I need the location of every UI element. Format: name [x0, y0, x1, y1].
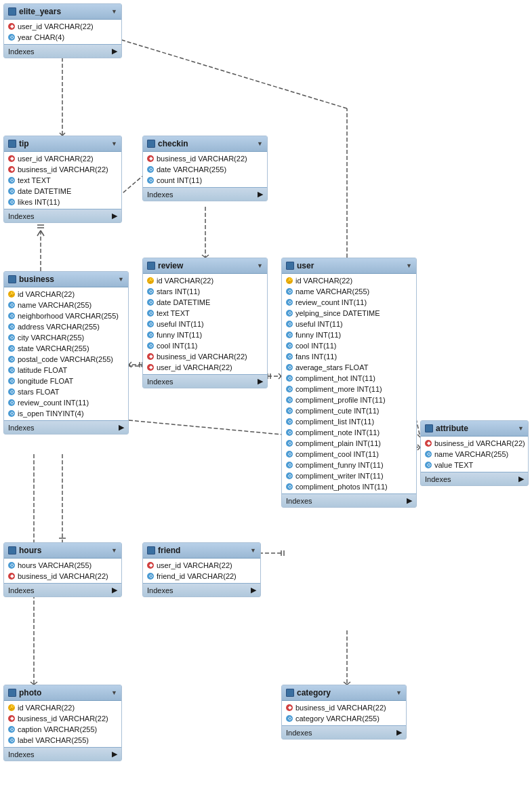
- indexes-arrow: ▶: [119, 423, 124, 432]
- table-category[interactable]: category ▼ ◆ business_id VARCHAR(22) ◇ c…: [281, 685, 407, 740]
- field-state: ◇ state VARCHAR(255): [4, 343, 128, 354]
- table-icon: [8, 7, 16, 16]
- indexes-tip[interactable]: Indexes ▶: [4, 209, 121, 222]
- table-photo[interactable]: photo ▼ 🔑 id VARCHAR(22) ◆ business_id V…: [3, 685, 122, 761]
- regular-icon: ◇: [147, 288, 154, 295]
- svg-line-22: [102, 34, 347, 108]
- table-header-photo[interactable]: photo ▼: [4, 685, 121, 701]
- table-review[interactable]: review ▼ 🔑 id VARCHAR(22) ◇ stars INT(11…: [142, 258, 268, 388]
- indexes-elite-years[interactable]: Indexes ▶: [4, 44, 121, 58]
- field-id: 🔑 id VARCHAR(22): [4, 289, 128, 300]
- table-body-attribute: ◆ business_id VARCHAR(22) ◇ name VARCHAR…: [421, 437, 528, 472]
- chevron-down-icon: ▼: [406, 262, 412, 269]
- field-useful: ◇ useful INT(11): [143, 319, 267, 329]
- table-body-elite-years: ◆ user_id VARCHAR(22) ◇ year CHAR(4): [4, 20, 121, 44]
- indexes-arrow: ▶: [112, 47, 117, 56]
- table-header-checkin[interactable]: checkin ▼: [143, 136, 267, 152]
- field-compliment-funny: ◇ compliment_funny INT(11): [282, 460, 416, 470]
- field-latitude: ◇ latitude FLOAT: [4, 365, 128, 376]
- field-postal-code: ◇ postal_code VARCHAR(255): [4, 354, 128, 365]
- table-name: elite_years: [19, 7, 61, 16]
- chevron-down-icon: ▼: [518, 425, 524, 432]
- field-stars: ◇ stars FLOAT: [4, 386, 128, 397]
- regular-icon: ◇: [286, 299, 293, 306]
- regular-icon: ◇: [286, 429, 293, 436]
- indexes-friend[interactable]: Indexes ▶: [143, 583, 260, 597]
- er-diagram: elite_years ▼ ◆ user_id VARCHAR(22) ◇ ye…: [0, 0, 532, 808]
- table-body-business: 🔑 id VARCHAR(22) ◇ name VARCHAR(255) ◇ n…: [4, 287, 128, 420]
- indexes-review[interactable]: Indexes ▶: [143, 374, 267, 388]
- field-business-id: ◆ business_id VARCHAR(22): [421, 438, 528, 449]
- fk-icon: ◆: [8, 715, 15, 722]
- chevron-down-icon: ▼: [250, 547, 256, 554]
- field-longitude: ◇ longitude FLOAT: [4, 376, 128, 386]
- indexes-business[interactable]: Indexes ▶: [4, 420, 128, 434]
- field-date: ◇ date DATETIME: [4, 186, 121, 197]
- table-friend[interactable]: friend ▼ ◆ user_id VARCHAR(22) ◇ friend_…: [142, 542, 261, 597]
- table-header-attribute[interactable]: attribute ▼: [421, 421, 528, 437]
- fk-icon: ◆: [286, 704, 293, 711]
- table-checkin[interactable]: checkin ▼ ◆ business_id VARCHAR(22) ◇ da…: [142, 136, 268, 201]
- indexes-arrow: ▶: [251, 586, 256, 594]
- indexes-hours[interactable]: Indexes ▶: [4, 583, 121, 597]
- table-header-business[interactable]: business ▼: [4, 272, 128, 287]
- field-user-id: ◆ user_id VARCHAR(22): [4, 21, 121, 32]
- regular-icon: ◇: [8, 302, 15, 308]
- field-is-open: ◇ is_open TINYINT(4): [4, 408, 128, 419]
- table-header-friend[interactable]: friend ▼: [143, 543, 260, 559]
- fk-icon: ◆: [147, 155, 154, 162]
- table-header-tip[interactable]: tip ▼: [4, 136, 121, 152]
- fk-icon: ◆: [8, 155, 15, 162]
- table-header-category[interactable]: category ▼: [282, 685, 406, 701]
- regular-icon: ◇: [286, 451, 293, 458]
- indexes-arrow: ▶: [407, 496, 412, 505]
- table-body-friend: ◆ user_id VARCHAR(22) ◇ friend_id VARCHA…: [143, 559, 260, 583]
- field-caption: ◇ caption VARCHAR(255): [4, 724, 121, 735]
- table-name: category: [297, 688, 331, 698]
- field-cool: ◇ cool INT(11): [143, 340, 267, 351]
- indexes-category[interactable]: Indexes ▶: [282, 725, 406, 739]
- regular-icon: ◇: [8, 399, 15, 406]
- field-compliment-profile: ◇ compliment_profile INT(11): [282, 395, 416, 405]
- table-header-user[interactable]: user ▼: [282, 258, 416, 274]
- field-compliment-plain: ◇ compliment_plain INT(11): [282, 438, 416, 449]
- indexes-attribute[interactable]: Indexes ▶: [421, 472, 528, 485]
- field-compliment-more: ◇ compliment_more INT(11): [282, 384, 416, 395]
- table-header-review[interactable]: review ▼: [143, 258, 267, 274]
- table-icon: [8, 140, 16, 148]
- indexes-user[interactable]: Indexes ▶: [282, 493, 416, 507]
- table-name: attribute: [436, 424, 468, 433]
- field-name: ◇ name VARCHAR(255): [282, 286, 416, 297]
- table-name: tip: [19, 139, 29, 148]
- fk-icon: ◆: [8, 573, 15, 580]
- table-elite-years[interactable]: elite_years ▼ ◆ user_id VARCHAR(22) ◇ ye…: [3, 3, 122, 58]
- indexes-arrow: ▶: [112, 211, 117, 220]
- regular-icon: ◇: [8, 334, 15, 341]
- field-compliment-cute: ◇ compliment_cute INT(11): [282, 405, 416, 416]
- regular-icon: ◇: [286, 321, 293, 327]
- field-count: ◇ count INT(11): [143, 175, 267, 186]
- table-name: friend: [158, 546, 180, 555]
- field-friend-id: ◇ friend_id VARCHAR(22): [143, 571, 260, 582]
- field-user-id: ◆ user_id VARCHAR(22): [143, 362, 267, 373]
- table-hours[interactable]: hours ▼ ◇ hours VARCHAR(255) ◆ business_…: [3, 542, 122, 597]
- table-attribute[interactable]: attribute ▼ ◆ business_id VARCHAR(22) ◇ …: [420, 420, 529, 486]
- table-tip[interactable]: tip ▼ ◆ user_id VARCHAR(22) ◆ business_i…: [3, 136, 122, 223]
- regular-icon: ◇: [147, 573, 154, 580]
- field-compliment-cool: ◇ compliment_cool INT(11): [282, 449, 416, 460]
- field-id: 🔑 id VARCHAR(22): [143, 275, 267, 286]
- table-user[interactable]: user ▼ 🔑 id VARCHAR(22) ◇ name VARCHAR(2…: [281, 258, 417, 508]
- table-name: photo: [19, 688, 41, 698]
- indexes-arrow: ▶: [258, 377, 263, 386]
- pk-icon: 🔑: [286, 277, 293, 284]
- regular-icon: ◇: [286, 310, 293, 317]
- table-header-hours[interactable]: hours ▼: [4, 543, 121, 559]
- indexes-photo[interactable]: Indexes ▶: [4, 747, 121, 761]
- table-body-tip: ◆ user_id VARCHAR(22) ◆ business_id VARC…: [4, 152, 121, 209]
- pk-icon: 🔑: [8, 704, 15, 711]
- table-business[interactable]: business ▼ 🔑 id VARCHAR(22) ◇ name VARCH…: [3, 271, 129, 435]
- indexes-checkin[interactable]: Indexes ▶: [143, 187, 267, 201]
- regular-icon: ◇: [147, 342, 154, 349]
- regular-icon: ◇: [286, 375, 293, 382]
- table-header-elite-years[interactable]: elite_years ▼: [4, 4, 121, 20]
